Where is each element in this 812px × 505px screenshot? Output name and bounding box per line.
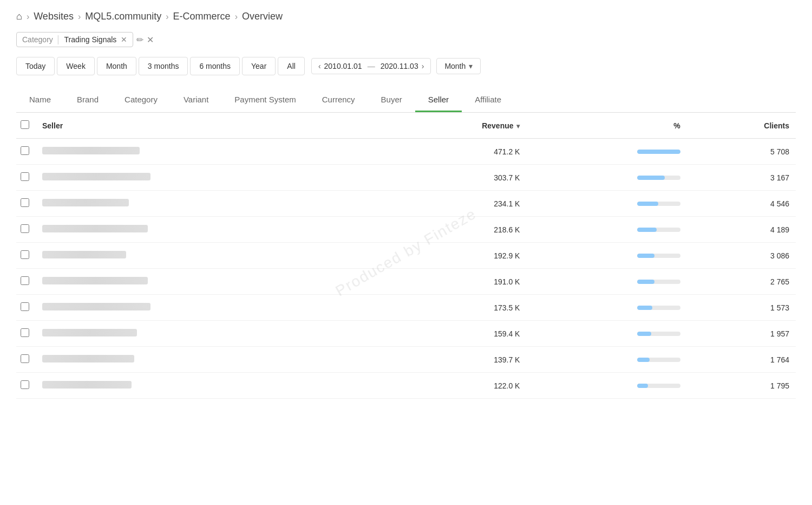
table-row: 173.5 K1 573 [16, 295, 796, 321]
table-row: 192.9 K3 086 [16, 243, 796, 269]
progress-bar-fill [637, 150, 680, 154]
row-checkbox-6[interactable] [21, 302, 29, 311]
col-tab-payment-system[interactable]: Payment System [221, 88, 309, 112]
row-checkbox-7[interactable] [21, 328, 29, 337]
progress-bar-fill [637, 306, 653, 310]
col-percent: % [526, 113, 686, 139]
seller-name-blurred [42, 355, 134, 362]
clients-value: 3 167 [687, 165, 796, 191]
select-all-header[interactable] [16, 113, 36, 139]
clients-value: 1 795 [687, 373, 796, 399]
period-month[interactable]: Month [97, 57, 136, 75]
period-3months[interactable]: 3 months [139, 57, 188, 75]
table-row: 218.6 K4 189 [16, 217, 796, 243]
row-checkbox-cell[interactable] [16, 139, 36, 165]
row-checkbox-5[interactable] [21, 276, 29, 285]
col-tab-currency[interactable]: Currency [309, 88, 368, 112]
seller-name-cell[interactable] [36, 191, 381, 217]
percent-cell [526, 191, 686, 217]
seller-name-cell[interactable] [36, 243, 381, 269]
percent-cell [526, 347, 686, 373]
col-revenue[interactable]: Revenue ▾ [381, 113, 526, 139]
seller-name-blurred [42, 277, 148, 284]
row-checkbox-2[interactable] [21, 198, 29, 207]
home-icon[interactable]: ⌂ [16, 11, 22, 22]
date-range-bar: Today Week Month 3 months 6 months Year … [16, 57, 796, 75]
filter-value: Trading Signals [64, 35, 117, 44]
clients-value: 1 573 [687, 295, 796, 321]
row-checkbox-0[interactable] [21, 146, 29, 155]
granularity-selector[interactable]: Month ▾ [436, 58, 481, 74]
percent-cell [526, 373, 686, 399]
seller-name-cell[interactable] [36, 347, 381, 373]
seller-name-blurred [42, 225, 148, 232]
table-row: 303.7 K3 167 [16, 165, 796, 191]
seller-name-cell[interactable] [36, 321, 381, 347]
revenue-value: 191.0 K [381, 269, 526, 295]
revenue-value: 303.7 K [381, 165, 526, 191]
seller-name-blurred [42, 303, 150, 310]
filter-clear-icon[interactable]: ✕ [147, 35, 154, 45]
col-tab-variant[interactable]: Variant [171, 88, 221, 112]
row-checkbox-cell[interactable] [16, 321, 36, 347]
filter-edit-icon[interactable]: ✏ [136, 35, 143, 45]
row-checkbox-cell[interactable] [16, 217, 36, 243]
date-next-arrow[interactable]: › [422, 62, 424, 70]
col-tab-brand[interactable]: Brand [64, 88, 112, 112]
clients-value: 3 086 [687, 243, 796, 269]
breadcrumb-websites[interactable]: Websites [34, 11, 74, 22]
row-checkbox-cell[interactable] [16, 373, 36, 399]
row-checkbox-cell[interactable] [16, 165, 36, 191]
seller-name-cell[interactable] [36, 295, 381, 321]
period-today[interactable]: Today [16, 57, 55, 75]
percent-cell [526, 217, 686, 243]
breadcrumb-overview[interactable]: Overview [242, 11, 283, 22]
date-range-input[interactable]: ‹ 2010.01.01 — 2020.11.03 › [311, 58, 431, 74]
seller-name-cell[interactable] [36, 139, 381, 165]
row-checkbox-cell[interactable] [16, 347, 36, 373]
percent-cell [526, 139, 686, 165]
row-checkbox-9[interactable] [21, 380, 29, 389]
breadcrumb-ecommerce[interactable]: E-Commerce [173, 11, 231, 22]
percent-cell [526, 243, 686, 269]
clients-value: 1 957 [687, 321, 796, 347]
col-tab-name[interactable]: Name [16, 88, 64, 112]
table-row: 122.0 K1 795 [16, 373, 796, 399]
row-checkbox-4[interactable] [21, 250, 29, 259]
row-checkbox-3[interactable] [21, 224, 29, 233]
category-filter-tag[interactable]: Category │ Trading Signals ✕ [16, 32, 133, 47]
seller-name-cell[interactable] [36, 373, 381, 399]
select-all-checkbox[interactable] [21, 120, 29, 129]
table-row: 159.4 K1 957 [16, 321, 796, 347]
period-6months[interactable]: 6 months [190, 57, 240, 75]
clients-value: 4 189 [687, 217, 796, 243]
row-checkbox-cell[interactable] [16, 243, 36, 269]
row-checkbox-1[interactable] [21, 172, 29, 181]
col-tab-affiliate[interactable]: Affiliate [462, 88, 514, 112]
row-checkbox-cell[interactable] [16, 269, 36, 295]
seller-name-cell[interactable] [36, 165, 381, 191]
col-tab-buyer[interactable]: Buyer [368, 88, 415, 112]
progress-bar-fill [637, 176, 665, 180]
seller-name-cell[interactable] [36, 217, 381, 243]
row-checkbox-8[interactable] [21, 354, 29, 363]
filter-close-icon[interactable]: ✕ [121, 35, 127, 44]
period-all[interactable]: All [278, 57, 305, 75]
col-tab-seller[interactable]: Seller [415, 88, 462, 112]
filter-label: Category [22, 35, 53, 44]
row-checkbox-cell[interactable] [16, 191, 36, 217]
period-year[interactable]: Year [242, 57, 276, 75]
seller-name-cell[interactable] [36, 269, 381, 295]
table-row: 234.1 K4 546 [16, 191, 796, 217]
progress-bar-fill [637, 202, 658, 206]
breadcrumb-mql5[interactable]: MQL5.community [85, 11, 161, 22]
date-from: 2010.01.01 [324, 62, 362, 70]
breadcrumb: ⌂ › Websites › MQL5.community › E-Commer… [16, 11, 796, 22]
date-prev-arrow[interactable]: ‹ [318, 62, 321, 70]
period-week[interactable]: Week [57, 57, 95, 75]
progress-bar-fill [637, 254, 654, 258]
seller-name-blurred [42, 173, 150, 180]
col-tab-category[interactable]: Category [112, 88, 171, 112]
seller-name-blurred [42, 251, 126, 258]
row-checkbox-cell[interactable] [16, 295, 36, 321]
